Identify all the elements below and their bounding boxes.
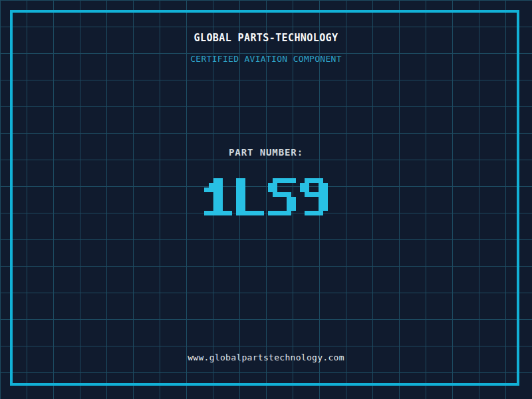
label-content: GLOBAL PARTS-TECHNOLOGY CERTIFIED AVIATI… — [0, 0, 532, 399]
website-url: www.globalpartstechnology.com — [0, 352, 532, 362]
company-title: GLOBAL PARTS-TECHNOLOGY — [0, 32, 532, 44]
certification-subtitle: CERTIFIED AVIATION COMPONENT — [0, 54, 532, 64]
part-number-label: PART NUMBER: — [0, 147, 532, 158]
part-number-value — [0, 178, 532, 215]
part-number-glyph — [236, 178, 264, 215]
part-number-glyph — [300, 178, 328, 215]
part-number-glyph — [268, 178, 296, 215]
part-label-plate: GLOBAL PARTS-TECHNOLOGY CERTIFIED AVIATI… — [0, 0, 532, 399]
part-number-glyph — [204, 178, 232, 215]
